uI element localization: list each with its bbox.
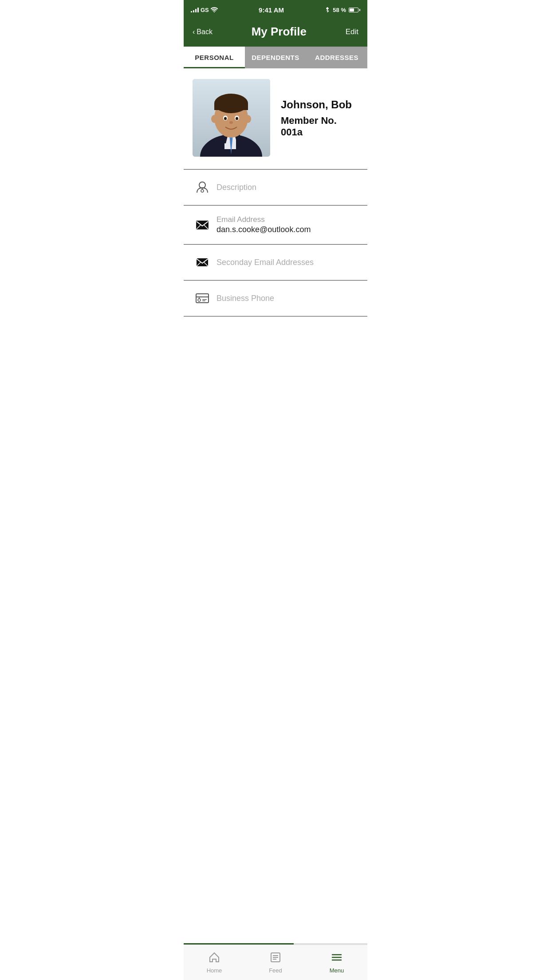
battery-indicator: [349, 8, 360, 12]
mail-icon: [193, 218, 212, 232]
email-value: dan.s.cooke@outlook.com: [216, 225, 358, 234]
svg-point-17: [211, 115, 217, 123]
svg-rect-33: [202, 299, 207, 300]
status-bar: GS 9:41 AM 58 %: [184, 0, 367, 20]
business-phone-placeholder: Business Phone: [216, 294, 274, 303]
secondary-email-content: Seconday Email Addresses: [212, 258, 358, 267]
email-label: Email Address: [216, 215, 358, 224]
svg-point-18: [245, 115, 251, 123]
wifi-icon: [211, 7, 218, 12]
tab-personal[interactable]: PERSONAL: [184, 47, 245, 68]
secondary-email-placeholder: Seconday Email Addresses: [216, 258, 314, 267]
tab-addresses[interactable]: ADDRESSES: [306, 47, 367, 68]
svg-point-20: [201, 190, 204, 192]
profile-member: Member No. 001a: [281, 115, 358, 138]
back-chevron: ‹: [193, 28, 195, 36]
avatar: [193, 79, 270, 157]
bluetooth-icon: [325, 7, 330, 13]
business-phone-content: Business Phone: [212, 294, 358, 303]
svg-rect-34: [202, 300, 205, 301]
mail-secondary-icon: [193, 255, 212, 269]
back-button[interactable]: ‹ Back: [193, 28, 213, 36]
svg-point-15: [236, 117, 238, 120]
svg-rect-23: [197, 221, 208, 229]
email-content: Email Address dan.s.cooke@outlook.com: [212, 215, 358, 234]
status-right: 58 %: [325, 7, 360, 13]
description-placeholder: Description: [216, 183, 256, 192]
svg-point-19: [199, 182, 205, 188]
svg-point-31: [198, 299, 201, 301]
description-field[interactable]: Description: [184, 170, 367, 205]
status-time: 9:41 AM: [259, 6, 284, 14]
header: ‹ Back My Profile Edit: [184, 20, 367, 47]
carrier-label: GS: [201, 7, 209, 13]
profile-info: Johnson, Bob Member No. 001a: [281, 98, 358, 138]
back-label: Back: [197, 28, 213, 36]
svg-point-16: [229, 121, 233, 124]
svg-rect-11: [214, 103, 248, 110]
person-icon: [193, 180, 212, 194]
svg-point-14: [224, 117, 227, 120]
signal-bars: [191, 7, 199, 12]
status-left: GS: [191, 7, 218, 13]
edit-button[interactable]: Edit: [346, 28, 358, 36]
page-title: My Profile: [252, 25, 307, 39]
svg-rect-29: [196, 294, 209, 303]
profile-name: Johnson, Bob: [281, 98, 358, 111]
secondary-email-field[interactable]: Seconday Email Addresses: [184, 245, 367, 280]
card-icon: [193, 291, 212, 305]
tab-dependents[interactable]: DEPENDENTS: [245, 47, 306, 68]
tabs-bar: PERSONAL DEPENDENTS ADDRESSES: [184, 47, 367, 68]
business-phone-field[interactable]: Business Phone: [184, 281, 367, 316]
description-content: Description: [212, 183, 358, 192]
profile-section: Johnson, Bob Member No. 001a: [184, 68, 367, 169]
email-field[interactable]: Email Address dan.s.cooke@outlook.com: [184, 205, 367, 244]
svg-rect-26: [197, 258, 208, 266]
battery-percent: 58 %: [333, 7, 346, 13]
